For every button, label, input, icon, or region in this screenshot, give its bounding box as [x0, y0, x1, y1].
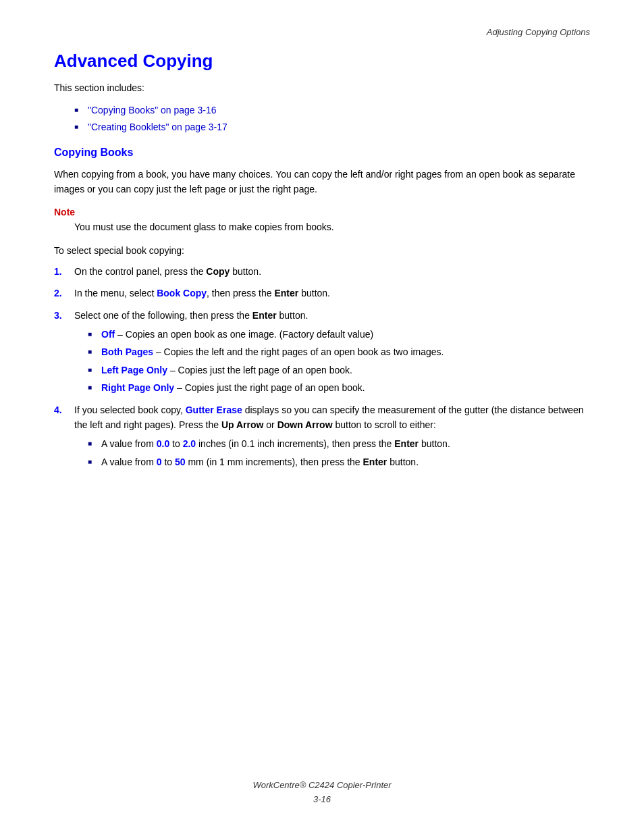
up-arrow-label: Up Arrow — [221, 419, 263, 430]
list-item: Both Pages – Copies the left and the rig… — [88, 344, 590, 359]
list-item: "Creating Booklets" on page 3-17 — [74, 120, 590, 134]
steps-intro: To select special book copying: — [54, 245, 590, 256]
step-num-3: 3. — [54, 308, 62, 323]
copy-button-label: Copy — [206, 266, 230, 277]
page-title: Advanced Copying — [54, 51, 590, 72]
step-4: 4. If you selected book copy, Gutter Era… — [54, 402, 590, 470]
step-num-2: 2. — [54, 286, 62, 301]
list-item: "Copying Books" on page 3-16 — [74, 103, 590, 118]
enter-label-3: Enter — [252, 310, 277, 321]
enter-label-4b: Enter — [363, 457, 387, 467]
list-item: Left Page Only – Copies just the left pa… — [88, 363, 590, 377]
note-label: Note — [54, 207, 590, 217]
value-0-0: 0.0 — [157, 438, 169, 449]
header-title: Adjusting Copying Options — [487, 27, 590, 37]
intro-text: This section includes: — [54, 81, 590, 95]
book-copy-label: Book Copy — [157, 288, 207, 298]
option-left-page: Left Page Only — [101, 365, 167, 375]
step-3: 3. Select one of the following, then pre… — [54, 308, 590, 396]
list-item: Off – Copies an open book as one image. … — [88, 327, 590, 342]
toc-list: "Copying Books" on page 3-16 "Creating B… — [74, 103, 590, 134]
section-title-copying-books: Copying Books — [54, 147, 590, 159]
page-container: Adjusting Copying Options Advanced Copyi… — [0, 0, 644, 834]
page-header: Adjusting Copying Options — [54, 27, 590, 37]
down-arrow-label: Down Arrow — [277, 419, 333, 430]
toc-link-1[interactable]: "Copying Books" on page 3-16 — [88, 105, 217, 115]
value-2-0: 2.0 — [183, 438, 196, 449]
step-num-4: 4. — [54, 402, 62, 417]
option-right-page: Right Page Only — [101, 382, 174, 393]
page-footer: WorkCentre® C2424 Copier-Printer 3-16 — [0, 779, 644, 807]
footer-line1: WorkCentre® C2424 Copier-Printer — [0, 779, 644, 793]
note-content: You must use the document glass to make … — [74, 220, 590, 234]
step-num-1: 1. — [54, 264, 62, 279]
note-box: Note You must use the document glass to … — [54, 207, 590, 234]
step-3-sub-list: Off – Copies an open book as one image. … — [88, 327, 590, 396]
list-item: A value from 0 to 50 mm (in 1 mm increme… — [88, 454, 590, 469]
steps-list: 1. On the control panel, press the Copy … — [54, 264, 590, 469]
step-4-sub-list: A value from 0.0 to 2.0 inches (in 0.1 i… — [88, 436, 590, 469]
step-1: 1. On the control panel, press the Copy … — [54, 264, 590, 279]
option-off: Off — [101, 329, 115, 340]
option-both-pages: Both Pages — [101, 346, 153, 357]
value-50-mm: 50 — [175, 457, 186, 467]
value-0-mm: 0 — [157, 457, 162, 467]
gutter-erase-label: Gutter Erase — [186, 405, 242, 415]
list-item: Right Page Only – Copies just the right … — [88, 380, 590, 395]
enter-label-4a: Enter — [394, 438, 419, 449]
list-item: A value from 0.0 to 2.0 inches (in 0.1 i… — [88, 436, 590, 451]
toc-link-2[interactable]: "Creating Booklets" on page 3-17 — [88, 122, 227, 132]
step-2: 2. In the menu, select Book Copy, then p… — [54, 286, 590, 301]
enter-label-2: Enter — [274, 288, 298, 298]
section-description: When copying from a book, you have many … — [54, 167, 590, 197]
footer-line2: 3-16 — [0, 793, 644, 807]
